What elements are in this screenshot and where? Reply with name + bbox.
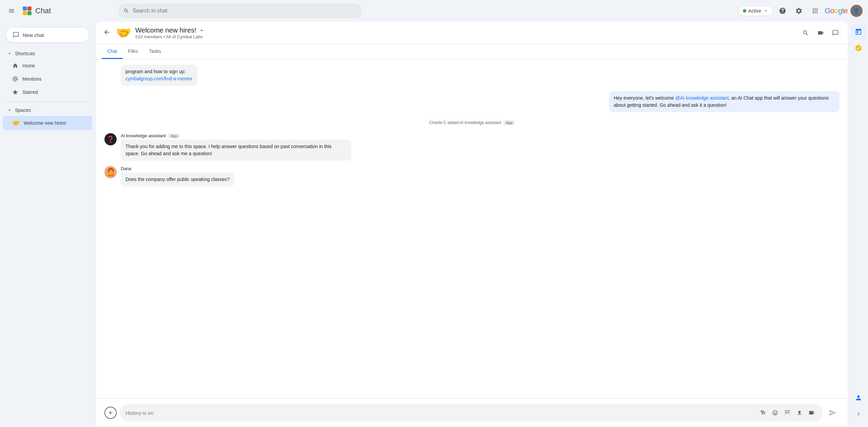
tab-files[interactable]: Files (123, 44, 144, 59)
contacts-button[interactable] (851, 390, 866, 405)
active-space-label: Welcome new hires! (24, 120, 66, 126)
format-text-button[interactable] (757, 407, 768, 418)
gif-button[interactable] (782, 407, 793, 418)
expand-button[interactable] (851, 407, 866, 422)
input-area (96, 398, 848, 427)
tab-tasks[interactable]: Tasks (143, 44, 166, 59)
right-sidebar (849, 22, 868, 427)
svg-rect-3 (27, 11, 32, 15)
space-meta: 510 members • All of Cymbal Labs (135, 34, 795, 39)
send-icon (829, 409, 837, 417)
svg-rect-4 (785, 410, 790, 411)
home-icon (12, 63, 18, 69)
sidebar-item-home[interactable]: Home (3, 59, 92, 72)
help-button[interactable] (776, 4, 789, 18)
tasks-button-right[interactable] (851, 41, 866, 56)
gif-icon (784, 410, 790, 416)
outgoing-message-bubble: Hey everyone, let's welcome @AI knowledg… (609, 91, 840, 112)
tab-chat[interactable]: Chat (102, 44, 123, 59)
threads-button[interactable] (829, 26, 842, 40)
active-label: Active (748, 8, 761, 14)
tasks-icon (855, 44, 862, 52)
search-bar[interactable] (118, 3, 362, 18)
ai-sender: AI knowledge assistant App (121, 133, 840, 138)
google-logo: Google (825, 6, 848, 15)
sidebar-item-mentions[interactable]: Mentions (3, 73, 92, 85)
previous-message-bubble: program and how to sign up: cymbalgroup.… (121, 65, 197, 86)
video-button[interactable] (814, 26, 827, 40)
ai-message-group: ❓ AI knowledge assistant App Thank you f… (104, 133, 840, 161)
active-status-button[interactable]: Active (738, 6, 773, 16)
dana-message-content: Dana Does the company offer public speak… (121, 166, 840, 186)
sidebar-divider (5, 102, 90, 102)
ai-message-content: AI knowledge assistant App Thank you for… (121, 133, 840, 161)
back-button[interactable] (102, 27, 112, 39)
space-emoji-sidebar: 🤝 (12, 119, 20, 127)
new-chat-button[interactable]: New chat (5, 27, 90, 43)
space-header-emoji: 🤝 (116, 26, 131, 40)
svg-rect-0 (23, 6, 27, 11)
search-chat-button[interactable] (799, 26, 812, 40)
svg-rect-1 (27, 6, 32, 11)
starred-label: Starred (22, 89, 38, 95)
chevron-down-spaces-icon (7, 107, 12, 113)
ai-message-bubble: Thank you for adding me to this space. I… (121, 140, 351, 161)
topbar-left: Chat (5, 5, 114, 17)
new-chat-label: New chat (23, 32, 44, 38)
video-call-input-button[interactable] (806, 407, 817, 418)
emoji-button[interactable] (770, 407, 781, 418)
chat-header-actions (799, 26, 842, 40)
app-badge: App (169, 134, 179, 138)
topbar: Chat Active (0, 0, 868, 22)
format-text-icon (760, 410, 766, 416)
video-call-icon (809, 410, 815, 416)
chevron-right-icon (855, 411, 862, 417)
search-input[interactable] (133, 8, 357, 14)
svg-rect-2 (23, 11, 27, 15)
user-avatar[interactable]: 👤 (850, 5, 863, 17)
chevron-down-icon (763, 8, 769, 14)
shortcuts-label: Shortcuts (15, 51, 35, 56)
calendar-button[interactable] (851, 24, 866, 39)
upload-button[interactable] (794, 407, 805, 418)
add-attachment-button[interactable] (104, 407, 117, 419)
star-icon (12, 89, 18, 95)
send-button[interactable] (826, 406, 840, 420)
topbar-right: Active Google 👤 (738, 4, 863, 18)
apps-button[interactable] (808, 4, 822, 18)
settings-button[interactable] (792, 4, 806, 18)
mentions-label: Mentions (22, 76, 42, 82)
space-name-chevron-icon[interactable] (198, 27, 205, 34)
mentions-icon (12, 76, 18, 82)
menu-icon[interactable] (5, 5, 18, 17)
upload-icon (796, 410, 803, 416)
active-dot (743, 9, 746, 13)
mentor-link[interactable]: cymbalgroup.com/find-a-mentor (125, 76, 193, 81)
person-icon (855, 394, 862, 402)
sidebar-item-welcome[interactable]: 🤝 Welcome new hires! (3, 116, 92, 130)
message-input-wrapper[interactable] (120, 404, 823, 422)
app-name: Chat (35, 6, 51, 15)
space-info: Welcome new hires! 510 members • All of … (135, 26, 795, 39)
dana-message-group: 🧑‍🦰 Dana Does the company offer public s… (104, 166, 840, 186)
spaces-header[interactable]: Spaces (3, 105, 92, 116)
sidebar-item-starred[interactable]: Starred (3, 86, 92, 99)
chevron-down-shortcuts-icon (7, 51, 12, 56)
spaces-section: Spaces 🤝 Welcome new hires! (0, 105, 95, 130)
outgoing-message-group: Hey everyone, let's welcome @AI knowledg… (104, 91, 840, 112)
system-message: Charlie C added AI knowledge assistant A… (104, 118, 840, 128)
ai-avatar: ❓ (104, 133, 117, 145)
chat-logo-icon (22, 5, 33, 16)
chat-header: 🤝 Welcome new hires! 510 members • All o… (96, 22, 848, 44)
system-message-text: Charlie C added AI knowledge assistant (429, 120, 501, 125)
app-badge-system: App (504, 120, 515, 125)
messages-area[interactable]: program and how to sign up: cymbalgroup.… (96, 59, 848, 398)
logo-area: Chat (22, 5, 51, 16)
tabs: Chat Files Tasks (96, 44, 848, 59)
shortcuts-header[interactable]: Shortcuts (3, 48, 92, 59)
calendar-icon (855, 28, 862, 36)
main-layout: New chat Shortcuts Home Mentions (0, 22, 868, 427)
search-icon (123, 8, 129, 14)
message-input[interactable] (125, 410, 755, 416)
home-label: Home (22, 63, 35, 68)
